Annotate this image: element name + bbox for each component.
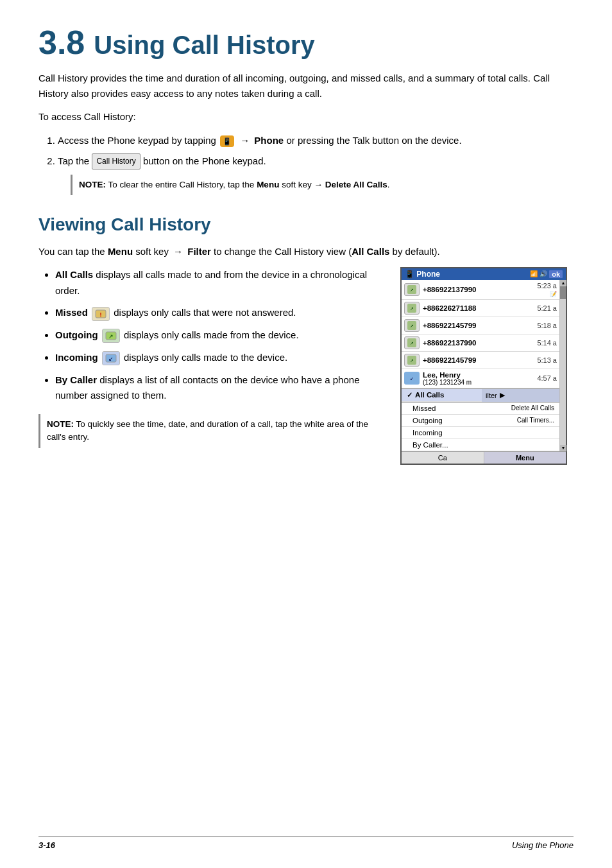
viewing-text: You can tap the Menu soft key → Filter t…	[38, 244, 574, 259]
bullet-all-calls: All Calls displays all calls made to and…	[55, 267, 381, 299]
row6-icon: ↙	[404, 372, 420, 385]
dropdown-filter-arrow: ilter ▶	[482, 389, 559, 402]
bullet-all-calls-text: displays all calls made to and from the …	[55, 269, 367, 296]
bullet-incoming-text: displays only calls made to the device.	[124, 352, 287, 363]
svg-text:↗: ↗	[410, 306, 414, 311]
ok-button[interactable]: ok	[549, 270, 563, 278]
note-2: NOTE: To quickly see the time, date, and…	[38, 414, 381, 448]
bullet-missed-text: displays only calls that were not answer…	[114, 307, 296, 318]
row5-icon: ↗	[404, 354, 420, 367]
svg-text:↗: ↗	[410, 341, 414, 345]
dropdown-call-timers: Call Timers...	[443, 417, 554, 424]
svg-text:↗: ↗	[108, 333, 114, 340]
bullet-outgoing-label: Outgoing	[55, 329, 98, 340]
phone-content: ↗ +886922137990 5:23 a📝 ↗ +886226271188 …	[402, 280, 559, 451]
row5-time: 5:13 a	[534, 356, 557, 364]
bullet-incoming: Incoming ↙ displays only calls made to t…	[55, 350, 381, 366]
svg-text:!: !	[100, 311, 102, 318]
step1-bold: Phone	[254, 135, 284, 146]
phone-scrollbar: ▲ ▼	[559, 280, 566, 451]
incoming-icon: ↙	[102, 351, 120, 365]
footer-page-number: 3-16	[38, 840, 55, 850]
svg-text:↗: ↗	[410, 288, 414, 292]
volume-icon: 🔊	[540, 270, 547, 277]
row2-icon: ↗	[404, 302, 420, 315]
signal-icon: 📶	[530, 270, 538, 277]
page-footer: 3-16 Using the Phone	[38, 837, 574, 850]
bullet-outgoing: Outgoing ↗ displays only calls made from…	[55, 327, 381, 343]
row5-number: +886922145799	[423, 356, 534, 364]
phone-screenshot: 📱 Phone 📶 🔊 ok ↗ +886922137990	[400, 267, 567, 465]
missed-icon: !	[92, 307, 110, 321]
phone-app-icon: 📱	[220, 135, 234, 147]
phone-softkeys: Ca Menu	[402, 451, 566, 464]
step1-arrow: →	[240, 135, 250, 146]
step1-text-after: or pressing the Talk button on the devic…	[286, 135, 461, 146]
phone-row-3[interactable]: ↗ +886922145799 5:18 a	[402, 317, 559, 334]
section-title: Using Call History	[94, 31, 315, 59]
row3-number: +886922145799	[423, 322, 534, 329]
section-number: 3.8	[38, 26, 85, 59]
note2-text: To quickly see the time, date, and durat…	[47, 419, 368, 442]
dropdown-missed[interactable]: Missed Delete All Calls	[402, 403, 559, 415]
softkey-left[interactable]: Ca	[402, 452, 484, 464]
row3-time: 5:18 a	[534, 322, 557, 329]
two-col-layout: All Calls displays all calls made to and…	[38, 267, 574, 465]
svg-text:↙: ↙	[108, 356, 114, 362]
phone-row-5[interactable]: ↗ +886922145799 5:13 a	[402, 352, 559, 369]
phone-dropdown: All Calls ilter ▶ Missed Delete All Call…	[402, 388, 559, 451]
svg-text:↗: ↗	[410, 358, 414, 363]
phone-body: ↗ +886922137990 5:23 a📝 ↗ +886226271188 …	[402, 280, 566, 451]
step-1: Access the Phone keypad by tapping 📱 → P…	[58, 132, 574, 149]
intro-paragraph: Call History provides the time and durat…	[38, 71, 574, 101]
row4-time: 5:14 a	[534, 339, 557, 347]
dropdown-all-calls[interactable]: All Calls	[402, 389, 482, 402]
subheading: Viewing Call History	[38, 214, 574, 235]
scroll-thumb	[560, 286, 566, 299]
note2-label: NOTE:	[47, 419, 74, 429]
row1-time: 5:23 a📝	[534, 282, 557, 297]
step-2: Tap the Call History button on the Phone…	[58, 153, 574, 195]
phone-row-6[interactable]: ↙ Lee, Henry (123) 1231234 m 4:57 a	[402, 369, 559, 388]
softkey-menu[interactable]: Menu	[484, 452, 566, 464]
step2-text-after: button on the Phone keypad.	[143, 155, 266, 166]
phone-row-2[interactable]: ↗ +886226271188 5:21 a	[402, 300, 559, 317]
bullet-all-calls-label: All Calls	[55, 269, 93, 280]
dropdown-incoming[interactable]: Incoming	[402, 427, 559, 439]
call-history-button-image: Call History	[92, 153, 140, 169]
phone-row-4[interactable]: ↗ +886922137990 5:14 a	[402, 334, 559, 352]
scroll-down-arrow[interactable]: ▼	[560, 445, 566, 451]
dropdown-outgoing[interactable]: Outgoing Call Timers...	[402, 415, 559, 427]
note1-text: To clear the entire Call History, tap th…	[108, 180, 390, 189]
section-header: 3.8 Using Call History	[38, 26, 574, 59]
steps-list: Access the Phone keypad by tapping 📱 → P…	[58, 132, 574, 195]
scroll-up-arrow[interactable]: ▲	[560, 280, 566, 286]
bullet-missed: Missed ! displays only calls that were n…	[55, 305, 381, 321]
filter-arrow: ▶	[500, 391, 505, 399]
phone-status-icons: 📶 🔊 ok	[530, 270, 563, 278]
bullet-missed-label: Missed	[55, 307, 88, 318]
phone-titlebar: 📱 Phone 📶 🔊 ok	[402, 268, 566, 280]
phone-title: 📱 Phone	[405, 270, 440, 279]
bullet-outgoing-text: displays only calls made from the device…	[124, 329, 299, 340]
bullet-by-caller: By Caller displays a list of all contact…	[55, 372, 381, 404]
dropdown-by-caller[interactable]: By Caller...	[402, 439, 559, 451]
bullets-column: All Calls displays all calls made to and…	[38, 267, 381, 465]
row2-time: 5:21 a	[534, 304, 557, 312]
row6-number: Lee, Henry (123) 1231234 m	[423, 371, 534, 386]
dropdown-delete: Delete All Calls	[436, 404, 554, 412]
note-1: NOTE: To clear the entire Call History, …	[71, 175, 574, 195]
row2-number: +886226271188	[423, 304, 534, 312]
filter-label: ilter	[486, 392, 497, 399]
footer-chapter-title: Using the Phone	[512, 840, 574, 850]
row4-number: +886922137990	[423, 339, 534, 347]
outgoing-icon: ↗	[102, 329, 120, 343]
scroll-track	[560, 286, 566, 445]
row4-icon: ↗	[404, 336, 420, 349]
bullet-by-caller-text: displays a list of all contacts on the d…	[55, 374, 359, 401]
bullet-by-caller-label: By Caller	[55, 374, 97, 385]
row6-sub: (123) 1231234 m	[423, 379, 534, 386]
phone-row-1[interactable]: ↗ +886922137990 5:23 a📝	[402, 280, 559, 300]
step2-text-before: Tap the	[58, 155, 92, 166]
note1-label: NOTE:	[79, 180, 106, 189]
